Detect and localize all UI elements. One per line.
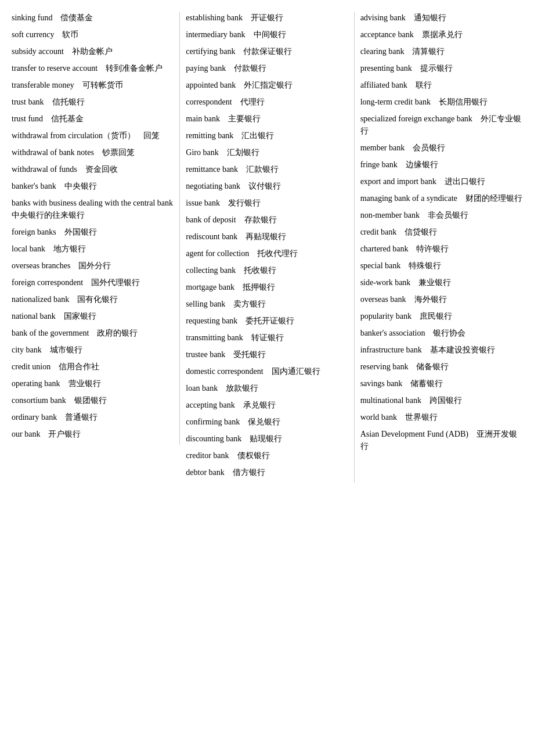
entry-english: main bank (186, 114, 228, 123)
list-item: discounting bank 贴现银行 (186, 433, 348, 445)
list-item: withdrawal of funds 资金回收 (12, 163, 174, 175)
list-item: appointed bank 外汇指定银行 (186, 79, 348, 91)
list-item: ordinary bank 普通银行 (12, 411, 174, 423)
entry-chinese: 清算银行 (412, 47, 445, 56)
entry-english: discounting bank (186, 434, 250, 443)
entry-english: advising bank (360, 13, 414, 22)
list-item: city bank 城市银行 (12, 344, 174, 356)
list-item: sinking fund 偿债基金 (12, 12, 174, 24)
entry-english: appointed bank (186, 81, 244, 89)
list-item: specialized foreign exchange bank 外汇专业银行 (360, 113, 522, 137)
entry-english: trustee bank (186, 350, 233, 359)
list-item: member bank 会员银行 (360, 142, 522, 154)
entry-english: remitting bank (186, 131, 241, 140)
entry-english: soft currency (12, 30, 62, 39)
list-item: reserving bank 储备银行 (360, 361, 522, 373)
entry-chinese: 钞票回笼 (102, 148, 135, 157)
entry-english: our bank (12, 430, 48, 438)
entry-chinese: 信用合作社 (59, 362, 99, 371)
entry-english: operating bank (12, 379, 68, 388)
entry-chinese: 汇出银行 (241, 131, 274, 140)
entry-english: world bank (360, 413, 405, 422)
entry-chinese: 海外银行 (414, 295, 447, 304)
entry-english: correspondent (186, 98, 240, 106)
entry-chinese: 外国银行 (64, 228, 97, 236)
list-item: credit union 信用合作社 (12, 361, 174, 373)
entry-english: overseas branches (12, 261, 78, 270)
entry-chinese: 联行 (416, 81, 432, 89)
list-item: presenting bank 提示银行 (360, 62, 522, 74)
entry-chinese: 中间银行 (254, 30, 286, 39)
list-item: managing bank of a syndicate 财团的经理银行 (360, 192, 522, 204)
entry-english: presenting bank (360, 64, 420, 73)
entry-english: trust bank (12, 98, 52, 106)
entry-chinese: 储备银行 (416, 362, 449, 371)
list-item: affiliated bank 联行 (360, 79, 522, 91)
entry-english: withdrawal of funds (12, 165, 85, 174)
entry-english: national bank (12, 312, 64, 321)
entry-english: selling bank (186, 300, 233, 308)
list-item: withdrawal of bank notes 钞票回笼 (12, 146, 174, 159)
entry-chinese: 转到准备金帐户 (106, 64, 163, 73)
entry-chinese: 长期信用银行 (439, 98, 488, 106)
entry-chinese: 信托基金 (51, 114, 84, 123)
entry-chinese: 发行银行 (228, 199, 261, 207)
entry-english: withdrawal from circulation（货币） (12, 131, 143, 140)
entry-english: subsidy account (12, 47, 72, 56)
entry-chinese: 保兑银行 (248, 417, 280, 426)
entry-english: collecting bank (186, 266, 244, 275)
list-item: special bank 特殊银行 (360, 260, 522, 272)
column-1: sinking fund 偿债基金soft currency 软币subsidy… (6, 12, 180, 445)
entry-english: chartered bank (360, 244, 417, 253)
list-item: mortgage bank 抵押银行 (186, 281, 348, 293)
list-item: negotiating bank 议付银行 (186, 180, 348, 192)
entry-chinese: 庶民银行 (420, 312, 452, 321)
list-item: certifying bank 付款保证银行 (186, 45, 348, 57)
entry-english: creditor bank (186, 451, 237, 460)
entry-chinese: 信贷银行 (405, 228, 437, 236)
entry-english: sinking fund (12, 13, 60, 22)
list-item: selling bank 卖方银行 (186, 298, 348, 310)
entry-chinese: 提示银行 (420, 64, 453, 73)
list-item: Asian Development Fund (ADB) 亚洲开发银行 (360, 428, 522, 452)
entry-chinese: 边缘银行 (406, 160, 438, 169)
entry-chinese: 偿债基金 (60, 13, 93, 22)
entry-english: acceptance bank (360, 30, 422, 39)
entry-chinese: 存款银行 (244, 215, 277, 224)
entry-english: consortium bank (12, 396, 74, 405)
entry-english: domestic correspondent (186, 367, 271, 376)
entry-english: withdrawal of bank notes (12, 148, 102, 157)
entry-english: popularity bank (360, 312, 420, 321)
entry-english: banker's association (360, 329, 434, 337)
entry-english: special bank (360, 261, 409, 270)
entry-chinese: 议付银行 (248, 182, 281, 190)
entry-english: multinational bank (360, 396, 430, 405)
entry-chinese: 付款保证银行 (243, 47, 292, 56)
list-item: subsidy account 补助金帐户 (12, 45, 174, 57)
entry-chinese: 国外代理银行 (91, 278, 140, 287)
entry-chinese: 非会员银行 (428, 211, 468, 219)
entry-chinese: 兼业银行 (418, 278, 451, 287)
entry-english: accepting bank (186, 401, 243, 409)
entry-chinese: 贴现银行 (250, 434, 282, 443)
entry-english: long-term credit bank (360, 98, 439, 106)
entry-english: fringe bank (360, 160, 406, 169)
entry-english: savings bank (360, 379, 411, 388)
entry-english: local bank (12, 244, 53, 253)
list-item: infrastructure bank 基本建设投资银行 (360, 344, 522, 356)
list-item: popularity bank 庶民银行 (360, 310, 522, 322)
entry-english: establishing bank (186, 13, 251, 22)
entry-chinese: 银行协会 (433, 329, 466, 337)
list-item: long-term credit bank 长期信用银行 (360, 96, 522, 108)
list-item: trust fund 信托基金 (12, 113, 174, 125)
entry-chinese: 进出口银行 (445, 177, 485, 186)
entry-english: side-work bank (360, 278, 419, 287)
list-item: bank of deposit 存款银行 (186, 214, 348, 226)
entry-chinese: 银团银行 (74, 396, 107, 405)
entry-english: city bank (12, 345, 50, 354)
entry-english: Asian Development Fund (ADB) (360, 430, 477, 438)
list-item: loan bank 放款银行 (186, 382, 348, 394)
entry-english: transmitting bank (186, 333, 251, 342)
entry-chinese: 托收代理行 (257, 249, 298, 258)
entry-english: foreign banks (12, 228, 64, 236)
